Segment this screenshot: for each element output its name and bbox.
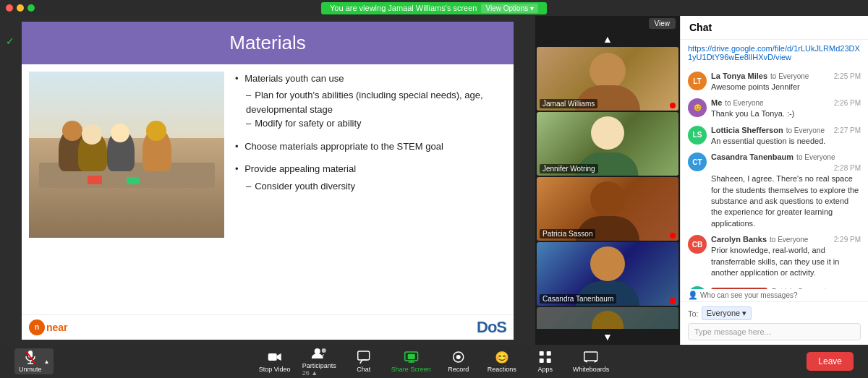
chat-to-row: To: Everyone ▾: [688, 306, 861, 320]
sub-bullet-1-2: Modify for safety or ability: [246, 116, 506, 131]
window-controls: [6, 4, 35, 12]
chat-message-ct: CT Casandra Tanenbaum to Everyone 2:28 P…: [688, 153, 861, 229]
chat-message-ls: LS Lotticia Shefferson to Everyone 2:27 …: [688, 126, 861, 147]
reactions-label: Reactions: [488, 366, 516, 373]
svg-rect-18: [584, 352, 597, 361]
expand-dot[interactable]: [27, 4, 35, 12]
scroll-up-arrow[interactable]: ▲: [535, 31, 680, 47]
unmute-caret: ▲: [44, 358, 50, 365]
participants-button[interactable]: Participants 26 ▲: [302, 346, 336, 377]
chat-label: Chat: [357, 366, 370, 373]
recording-dot-jamaal: [670, 103, 676, 108]
chat-message-cb: CB Carolyn Banks to Everyone 2:29 PM Pri…: [688, 235, 861, 278]
apps-label: Apps: [538, 366, 553, 373]
bullet-2: Choose materials appropriate to the STEM…: [244, 141, 443, 152]
view-button[interactable]: View: [649, 18, 676, 29]
chat-link[interactable]: https://drive.google.com/file/d/1rLUkJLR…: [688, 44, 861, 61]
whiteboards-icon: [582, 350, 600, 364]
stop-video-label: Stop Video: [259, 366, 291, 373]
new-message-row: PS ↓ 1 New Message Patricia Sasson to Ev…: [688, 284, 861, 289]
msg-sender-lt: La Tonya Miles: [711, 72, 767, 80]
close-dot[interactable]: [6, 4, 13, 12]
msg-to-lt: to Everyone: [770, 72, 809, 80]
msg-to-ct: to Everyone: [796, 153, 835, 161]
scroll-down-arrow[interactable]: ▼: [535, 329, 680, 345]
reactions-button[interactable]: 😊 Reactions: [486, 350, 518, 373]
participants-count: 26 ▲: [302, 369, 336, 377]
near-logo-circle: n: [29, 319, 45, 335]
msg-content-ct: Casandra Tanenbaum to Everyone 2:28 PM S…: [711, 153, 861, 229]
record-label: Record: [448, 366, 469, 373]
minimize-dot[interactable]: [17, 4, 24, 12]
main-content: ✓ Materials: [0, 16, 868, 345]
participant-name-jennifer: Jennifer Wotring: [540, 164, 598, 173]
stop-video-button[interactable]: Stop Video: [259, 350, 291, 373]
video-tile-shaheen: Shaheen Sutterwala: [537, 307, 678, 329]
presentation-slide: Materials: [22, 22, 514, 340]
svg-point-6: [321, 348, 326, 353]
slide-title: Materials: [22, 22, 514, 64]
msg-time-me: 2:26 PM: [834, 99, 861, 107]
apps-button[interactable]: Apps: [529, 350, 561, 373]
unmute-btn[interactable]: Unmute: [19, 350, 42, 373]
unmute-group[interactable]: Unmute ▲: [14, 348, 54, 374]
sharing-text: You are viewing Jamaal Williams's screen: [330, 4, 477, 12]
record-icon: [450, 350, 467, 364]
chat-panel: Chat https://drive.google.com/file/d/1rL…: [680, 16, 868, 345]
msg-content-lt: La Tonya Miles to Everyone 2:25 PM Aweso…: [711, 72, 861, 93]
chat-to-everyone-dropdown[interactable]: Everyone ▾: [702, 306, 752, 320]
svg-point-5: [314, 348, 320, 354]
bullet-1: Materials youth can use: [244, 73, 344, 84]
whiteboards-label: Whiteboards: [573, 366, 610, 373]
chat-to-everyone-label: Everyone ▾: [707, 309, 747, 318]
sharing-banner: You are viewing Jamaal Williams's screen…: [321, 2, 547, 14]
sharing-indicator: ✓: [6, 35, 14, 48]
participants-icon: [310, 346, 328, 361]
share-screen-button[interactable]: Share Screen: [391, 350, 431, 373]
msg-content-ls: Lotticia Shefferson to Everyone 2:27 PM …: [711, 126, 861, 147]
leave-button[interactable]: Leave: [807, 352, 854, 371]
svg-rect-16: [540, 358, 544, 363]
video-icon: [266, 350, 284, 364]
video-tile-casandra: Casandra Tanenbaum: [537, 242, 678, 306]
near-logo-text: near: [46, 322, 68, 333]
video-panel: View ▲ Jamaal Williams Jennifer W: [535, 16, 680, 345]
video-tile-jennifer: Jennifer Wotring: [537, 112, 678, 176]
chat-title: Chat: [689, 22, 712, 33]
share-screen-icon: [402, 350, 420, 364]
chat-messages-container: https://drive.google.com/file/d/1rLUkJLR…: [681, 40, 868, 289]
msg-text-cb: Prior knowledge, real-world, and transfe…: [711, 245, 861, 278]
bullet-3: Provide appealing material: [244, 163, 356, 174]
whiteboards-button[interactable]: Whiteboards: [573, 350, 610, 373]
record-button[interactable]: Record: [443, 350, 475, 373]
chat-message-me: 😊 Me to Everyone 2:26 PM Thank you La To…: [688, 98, 861, 119]
video-panel-header: View: [535, 16, 680, 31]
msg-text-me: Thank you La Tonya. :-): [711, 108, 861, 119]
video-tile-jamaal: Jamaal Williams: [537, 47, 678, 111]
view-options-button[interactable]: View Options ▾: [481, 4, 538, 13]
chat-message-lt: LT La Tonya Miles to Everyone 2:25 PM Aw…: [688, 72, 861, 93]
msg-time-lt: 2:25 PM: [834, 72, 861, 80]
who-sees-row: 👤 Who can see your messages?: [681, 289, 868, 301]
toolbar-right: Leave: [807, 352, 854, 371]
msg-text-lt: Awesome points Jennifer: [711, 82, 861, 93]
recording-dot-casandra: [670, 298, 676, 304]
msg-sender-ct: Casandra Tanenbaum: [711, 153, 793, 161]
chat-to-label: To:: [688, 309, 699, 318]
chat-header: Chat: [681, 16, 868, 40]
share-screen-label: Share Screen: [391, 366, 431, 373]
chat-message-input[interactable]: Type message here...: [688, 323, 861, 340]
avatar-lt: LT: [688, 72, 707, 90]
avatar-ls: LS: [688, 126, 707, 145]
svg-rect-4: [268, 353, 277, 361]
msg-sender-ls: Lotticia Shefferson: [711, 126, 783, 134]
chat-button[interactable]: Chat: [348, 350, 380, 373]
microphone-icon: [22, 350, 39, 364]
msg-to-cb: to Everyone: [770, 236, 808, 244]
msg-text-ct: Shaheen, I agree. There's no real space …: [711, 173, 861, 229]
top-bar: You are viewing Jamaal Williams's screen…: [0, 0, 868, 16]
slide-bullet-points: Materials youth can use Plan for youth's…: [231, 72, 506, 307]
screen-share-area: ✓ Materials: [0, 16, 535, 345]
unmute-label: Unmute: [19, 366, 42, 373]
reactions-icon: 😊: [493, 350, 511, 364]
